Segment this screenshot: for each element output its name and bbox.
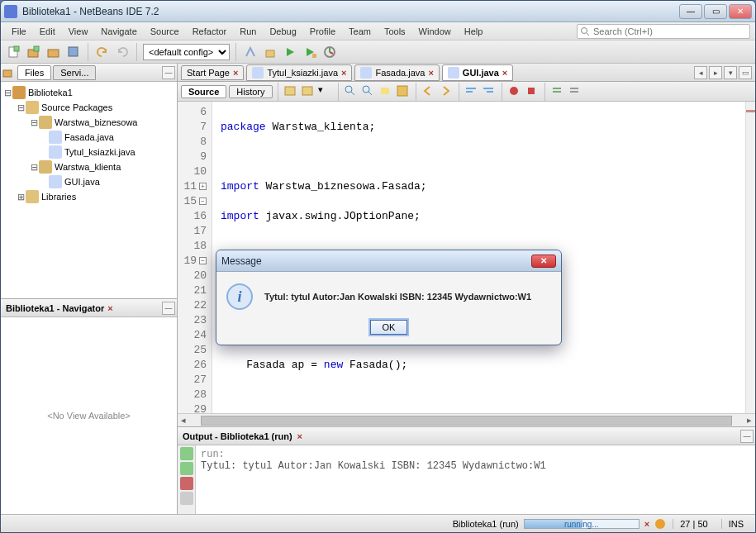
navigator-minimize-icon[interactable]: — (162, 302, 175, 315)
tab-start-page[interactable]: Start Page× (181, 65, 244, 80)
navigator-close-icon[interactable]: × (107, 303, 112, 313)
rerun-icon[interactable] (180, 447, 193, 460)
close-tab-icon[interactable]: × (502, 68, 507, 78)
services-tab[interactable]: Servi... (53, 65, 96, 80)
next-bookmark-icon[interactable] (439, 84, 454, 99)
tab-list-icon[interactable]: ▾ (724, 66, 737, 79)
menu-profile[interactable]: Profile (304, 25, 341, 38)
tab-scroll-left-icon[interactable]: ◂ (694, 66, 707, 79)
tab-gui[interactable]: GUI.java× (442, 64, 513, 81)
ed-icon[interactable] (283, 84, 298, 99)
dialog-close-button[interactable]: ✕ (531, 255, 556, 268)
shift-right-icon[interactable] (482, 84, 497, 99)
find-prev-icon[interactable] (344, 84, 359, 99)
tree-source-packages[interactable]: ⊟Source Packages (2, 100, 175, 115)
debug-icon[interactable] (302, 44, 318, 60)
notifications-icon[interactable] (654, 518, 666, 530)
editor-tabs: Start Page× Tytul_ksiazki.java× Fasada.j… (178, 64, 755, 82)
close-tab-icon[interactable]: × (341, 68, 346, 78)
open-project-icon[interactable] (45, 44, 62, 60)
ed-icon[interactable] (301, 84, 316, 99)
files-tab[interactable]: Files (17, 65, 51, 80)
maximize-editor-icon[interactable]: ▭ (739, 66, 752, 79)
quick-search[interactable] (577, 24, 750, 39)
menu-window[interactable]: Window (413, 25, 457, 38)
editor-hscrollbar[interactable]: ◂ ▸ (178, 413, 755, 426)
shift-left-icon[interactable] (464, 84, 479, 99)
save-all-icon[interactable] (65, 44, 82, 60)
stop-macro-icon[interactable] (525, 84, 540, 99)
maximize-button[interactable]: ▭ (704, 4, 727, 19)
undo-icon[interactable] (94, 44, 111, 60)
search-input[interactable] (593, 26, 747, 36)
project-tree[interactable]: ⊟Biblioteka1 ⊟Source Packages ⊟Warstwa_b… (1, 82, 177, 299)
scroll-right-icon[interactable]: ▸ (744, 415, 755, 426)
cancel-task-icon[interactable]: × (644, 519, 649, 529)
menu-view[interactable]: View (63, 25, 94, 38)
comment-icon[interactable] (550, 84, 565, 99)
tab-fasada[interactable]: Fasada.java× (354, 64, 439, 81)
menu-file[interactable]: File (6, 25, 32, 38)
menu-refactor[interactable]: Refactor (187, 25, 233, 38)
line-gutter[interactable]: 6 7 8 9 10 11+ 15− 16 17 18 19− 20 21 22… (178, 102, 212, 413)
fold-icon[interactable]: + (199, 183, 207, 190)
progress-bar[interactable]: running... (524, 519, 640, 529)
menu-debug[interactable]: Debug (264, 25, 302, 38)
svg-point-24 (510, 87, 518, 95)
tree-file-fasada[interactable]: Fasada.java (2, 130, 175, 145)
scroll-left-icon[interactable]: ◂ (178, 415, 189, 426)
minimize-button[interactable]: — (679, 4, 702, 19)
tab-scroll-right-icon[interactable]: ▸ (709, 66, 722, 79)
menu-source[interactable]: Source (145, 25, 185, 38)
dialog-ok-button[interactable]: OK (370, 320, 408, 335)
run-config-select[interactable]: <default config> (143, 44, 230, 60)
ed-icon[interactable]: ▾ (318, 84, 333, 99)
new-project-icon[interactable] (26, 44, 42, 60)
fold-icon[interactable]: − (199, 257, 207, 264)
uncomment-icon[interactable] (568, 84, 582, 99)
projects-icon[interactable] (2, 68, 12, 78)
menu-edit[interactable]: Edit (34, 25, 61, 38)
scrollbar-thumb[interactable] (201, 416, 732, 426)
toggle-icon[interactable] (396, 84, 411, 99)
menu-team[interactable]: Team (343, 25, 377, 38)
history-view-button[interactable]: History (229, 85, 272, 98)
rerun2-icon[interactable] (180, 462, 193, 475)
menu-run[interactable]: Run (234, 25, 262, 38)
close-tab-icon[interactable]: × (233, 68, 238, 78)
dialog-titlebar[interactable]: Message ✕ (216, 250, 561, 272)
profile-icon[interactable] (321, 44, 338, 60)
redo-icon[interactable] (114, 44, 131, 60)
close-tab-icon[interactable]: × (428, 68, 433, 78)
tree-libraries[interactable]: ⊞Libraries (2, 189, 175, 204)
new-file-icon[interactable] (6, 44, 22, 60)
tree-file-gui[interactable]: GUI.java (2, 174, 175, 189)
svg-rect-21 (466, 91, 473, 93)
menu-navigate[interactable]: Navigate (95, 25, 142, 38)
find-next-icon[interactable] (361, 84, 376, 99)
minimize-panel-icon[interactable]: — (162, 66, 175, 79)
build-icon[interactable] (242, 44, 259, 60)
prev-bookmark-icon[interactable] (421, 84, 436, 99)
close-button[interactable]: ✕ (729, 4, 752, 19)
output-text[interactable]: run: Tytul: tytul Autor:Jan Kowalski ISB… (196, 445, 755, 514)
fold-icon[interactable]: − (199, 197, 207, 205)
tree-root[interactable]: ⊟Biblioteka1 (2, 85, 175, 100)
tree-pkg-biznesowa[interactable]: ⊟Warstwa_biznesowa (2, 115, 175, 130)
stop-output-icon[interactable] (180, 477, 193, 490)
source-view-button[interactable]: Source (181, 85, 226, 98)
menu-tools[interactable]: Tools (378, 25, 411, 38)
highlight-icon[interactable] (378, 84, 393, 99)
save-output-icon[interactable] (180, 492, 193, 505)
error-stripe[interactable] (745, 102, 755, 413)
run-icon[interactable] (282, 44, 298, 60)
tab-tytul[interactable]: Tytul_ksiazki.java× (246, 64, 352, 81)
tree-pkg-klienta[interactable]: ⊟Warstwa_klienta (2, 159, 175, 174)
start-macro-icon[interactable] (507, 84, 522, 99)
menu-help[interactable]: Help (459, 25, 489, 38)
insert-mode[interactable]: INS (721, 519, 750, 529)
tree-file-tytul[interactable]: Tytul_ksiazki.java (2, 145, 175, 159)
output-close-icon[interactable]: × (297, 431, 302, 441)
clean-build-icon[interactable] (262, 44, 278, 60)
output-minimize-icon[interactable]: — (740, 430, 754, 443)
